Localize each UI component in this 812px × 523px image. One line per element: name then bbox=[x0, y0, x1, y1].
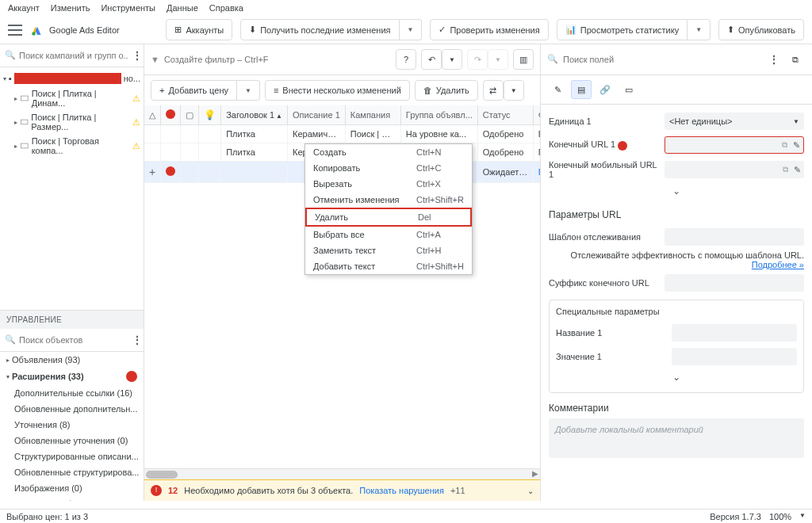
undo-dropdown[interactable]: ▼ bbox=[442, 49, 462, 70]
mgmt-item[interactable]: Уточнения (8) bbox=[0, 417, 144, 433]
col-error[interactable] bbox=[161, 105, 181, 125]
scroll-thumb[interactable] bbox=[146, 471, 178, 479]
replace-dropdown[interactable]: ▼ bbox=[504, 80, 524, 101]
campaign-search-menu[interactable]: ⋮ bbox=[132, 49, 144, 62]
zoom-dropdown-icon[interactable]: ▼ bbox=[799, 512, 806, 521]
accounts-button[interactable]: ⊞Аккаунты bbox=[166, 19, 232, 40]
menu-account[interactable]: Аккаунт bbox=[8, 3, 40, 13]
scroll-right-icon[interactable]: ▶ bbox=[532, 469, 538, 478]
context-menu-item[interactable]: ВырезатьCtrl+X bbox=[305, 176, 472, 192]
context-menu-item[interactable]: УдалитьDel bbox=[305, 208, 472, 227]
comment-input[interactable]: Добавьте локальный комментарий bbox=[549, 418, 804, 458]
col-delta[interactable]: △ bbox=[144, 105, 161, 125]
replace-button[interactable]: ⇄ bbox=[483, 80, 504, 101]
col-header[interactable]: Фид bbox=[533, 105, 540, 125]
tab-comment[interactable]: ▭ bbox=[619, 80, 639, 99]
bulk-edit-button[interactable]: ≡Внести несколько изменений bbox=[265, 80, 410, 101]
add-price-dropdown[interactable]: ▼ bbox=[237, 80, 260, 101]
open-icon[interactable]: ⧉ bbox=[782, 140, 787, 150]
open-icon[interactable]: ⧉ bbox=[783, 165, 788, 174]
layout-toggle[interactable]: ▥ bbox=[513, 49, 534, 70]
mgmt-item[interactable]: ▸Объявления (93) bbox=[0, 352, 144, 368]
campaign-node[interactable]: ▸Поиск | Плитка | Динам...⚠ bbox=[0, 86, 144, 110]
redo-button[interactable]: ↷ bbox=[467, 49, 488, 70]
open-external-button[interactable]: ⧉ bbox=[785, 49, 806, 70]
col-header[interactable]: Статус bbox=[477, 105, 533, 125]
context-menu-item[interactable]: Добавить текстCtrl+Shift+H bbox=[305, 258, 472, 274]
campaign-search-input[interactable] bbox=[19, 51, 128, 60]
col-header[interactable]: Заголовок 1▲ bbox=[221, 105, 288, 125]
menubar[interactable]: Аккаунт Изменить Инструменты Данные Спра… bbox=[0, 0, 812, 16]
campaign-node[interactable]: ▸Поиск | Плитка | Размер...⚠ bbox=[0, 110, 144, 134]
expand-icon[interactable]: ▸ bbox=[14, 143, 17, 150]
account-node[interactable]: ▾ ▪ но... bbox=[0, 71, 144, 86]
filter-input[interactable] bbox=[164, 55, 391, 64]
param-name-input[interactable] bbox=[672, 324, 797, 342]
expand-icon[interactable]: ▸ bbox=[6, 357, 10, 364]
zoom-label[interactable]: 100% bbox=[769, 512, 791, 521]
mgmt-item[interactable]: Дополнительные ссылки (16) bbox=[0, 385, 144, 401]
show-violations-link[interactable]: Показать нарушения bbox=[359, 486, 444, 495]
expand-icon[interactable]: ▸ bbox=[14, 95, 17, 102]
get-changes-dropdown[interactable]: ▼ bbox=[400, 19, 423, 40]
context-menu-item[interactable]: Выбрать всеCtrl+A bbox=[305, 227, 472, 242]
field-search-input[interactable] bbox=[563, 55, 764, 64]
add-price-button[interactable]: +Добавить цену bbox=[151, 80, 237, 101]
horizontal-scrollbar[interactable]: ▶ bbox=[144, 468, 540, 479]
mgmt-item[interactable]: Обновленные дополнительн... bbox=[0, 401, 144, 417]
col-header[interactable]: Группа объявл... bbox=[400, 105, 477, 125]
col-idea[interactable]: 💡 bbox=[199, 105, 221, 125]
table-row[interactable]: ПлиткаКерамическа...Поиск | Плитк...На у… bbox=[144, 125, 540, 143]
hamburger-icon[interactable] bbox=[8, 25, 22, 36]
redo-dropdown[interactable]: ▼ bbox=[488, 49, 508, 70]
collapse-toggle[interactable]: ⌄ bbox=[549, 182, 804, 200]
context-menu-item[interactable]: КопироватьCtrl+C bbox=[305, 160, 472, 176]
context-menu-item[interactable]: СоздатьCtrl+N bbox=[305, 144, 472, 160]
view-stats-button[interactable]: 📊Просмотреть статистику bbox=[557, 19, 688, 40]
mgmt-item[interactable]: Обновленные уточнения (0) bbox=[0, 433, 144, 449]
object-search-input[interactable] bbox=[19, 335, 128, 345]
publish-button[interactable]: ⬆Опубликовать bbox=[718, 19, 804, 40]
tab-edit[interactable]: ✎ bbox=[547, 80, 568, 99]
mobile-url-input[interactable]: ⧉✎ bbox=[665, 161, 804, 178]
expand-icon[interactable]: ▾ bbox=[3, 75, 6, 82]
tab-fields[interactable]: ▤ bbox=[571, 80, 592, 99]
col-header[interactable]: Кампания bbox=[345, 105, 400, 125]
menu-edit[interactable]: Изменить bbox=[51, 3, 90, 13]
campaign-node[interactable]: ▸Поиск | Торговая компа...⚠ bbox=[0, 134, 144, 158]
final-url-input[interactable]: ⧉✎ bbox=[665, 136, 804, 154]
undo-button[interactable]: ↶ bbox=[421, 49, 442, 70]
expand-icon[interactable]: ▾ bbox=[6, 373, 10, 380]
menu-tools[interactable]: Инструменты bbox=[101, 3, 155, 13]
object-search-menu[interactable]: ⋮ bbox=[132, 334, 144, 346]
context-menu-item[interactable]: Заменить текстCtrl+H bbox=[305, 242, 472, 258]
check-changes-button[interactable]: ✓Проверить изменения bbox=[430, 19, 548, 40]
learn-more-link[interactable]: Подробнее » bbox=[752, 260, 804, 269]
expand-icon[interactable]: ▸ bbox=[14, 119, 17, 126]
get-changes-button[interactable]: ⬇Получить последние изменения bbox=[240, 19, 399, 40]
field-search-menu[interactable]: ⋮ bbox=[768, 53, 780, 66]
collapse-toggle[interactable]: ⌄ bbox=[556, 368, 797, 386]
mgmt-item[interactable]: Изображения (0) bbox=[0, 480, 144, 496]
mgmt-item[interactable]: Структурированные описани... bbox=[0, 449, 144, 464]
help-button[interactable]: ? bbox=[396, 49, 416, 70]
suffix-input[interactable] bbox=[665, 274, 804, 292]
tab-link[interactable]: 🔗 bbox=[595, 80, 615, 99]
col-header[interactable]: Описание 1 bbox=[288, 105, 346, 125]
pencil-icon[interactable]: ✎ bbox=[793, 140, 800, 151]
tracking-input[interactable] bbox=[665, 228, 804, 246]
chevron-down-icon[interactable]: ⌄ bbox=[527, 487, 534, 495]
unit-select[interactable]: <Нет единицы>▼ bbox=[665, 113, 804, 130]
menu-help[interactable]: Справка bbox=[209, 3, 243, 13]
remove-button[interactable]: 🗑Удалить bbox=[415, 80, 478, 101]
context-menu[interactable]: СоздатьCtrl+NКопироватьCtrl+CВырезатьCtr… bbox=[304, 143, 473, 275]
view-stats-dropdown[interactable]: ▼ bbox=[688, 19, 710, 40]
mgmt-item[interactable]: Номера телефонов (2) bbox=[0, 496, 144, 501]
col-checkbox[interactable]: ▢ bbox=[181, 105, 199, 125]
context-menu-item[interactable]: Отменить измененияCtrl+Shift+R bbox=[305, 192, 472, 208]
mgmt-item[interactable]: ▾Расширения (33) bbox=[0, 368, 144, 385]
pencil-icon[interactable]: ✎ bbox=[794, 165, 801, 175]
menu-data[interactable]: Данные bbox=[167, 3, 198, 13]
param-value-input[interactable] bbox=[672, 348, 797, 365]
mgmt-item[interactable]: Обновленные структурирова... bbox=[0, 464, 144, 480]
